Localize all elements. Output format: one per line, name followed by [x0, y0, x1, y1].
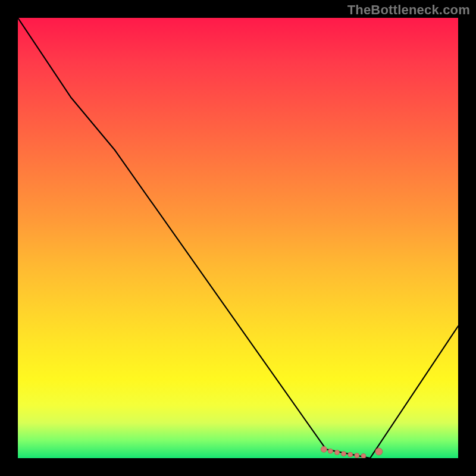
gradient-background: [18, 18, 458, 458]
plot-area: [18, 18, 458, 458]
watermark-text: TheBottleneck.com: [347, 2, 470, 18]
chart-frame: TheBottleneck.com: [0, 0, 476, 476]
